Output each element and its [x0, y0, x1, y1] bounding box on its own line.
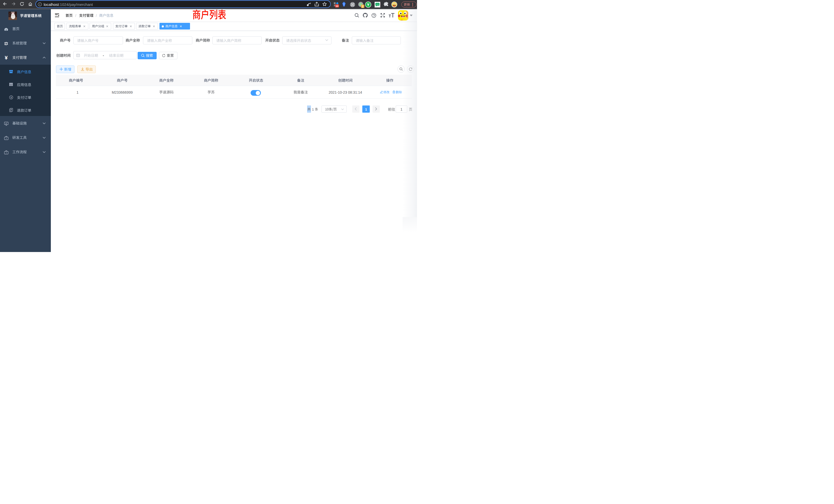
- svg-text:10: 10: [336, 5, 338, 7]
- svg-text:1: 1: [362, 5, 364, 8]
- svg-text:¥: ¥: [10, 96, 12, 99]
